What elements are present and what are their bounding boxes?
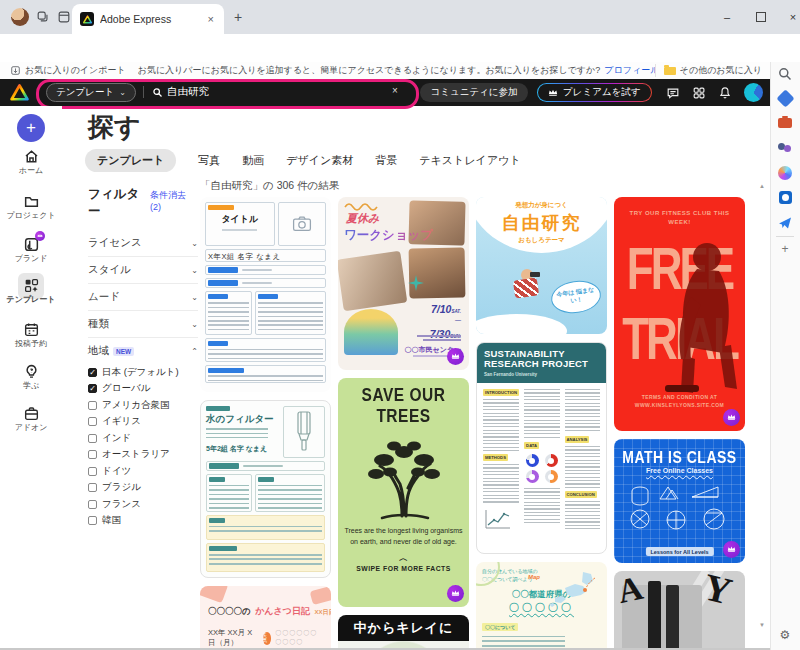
sidebar-item-templates[interactable]: テンプレート: [0, 277, 62, 305]
grid-column: TRY OUR FITNESS CLUB THIS WEEK! FREE TRI…: [614, 197, 745, 650]
checkbox[interactable]: [88, 450, 97, 459]
sidebar-search-icon[interactable]: [777, 66, 793, 82]
search-input[interactable]: [167, 85, 367, 99]
window-close-button[interactable]: ×: [780, 7, 800, 27]
try-premium-button[interactable]: プレミアムを試す: [537, 83, 652, 102]
region-option-australia[interactable]: オーストラリア: [88, 447, 198, 464]
region-checkbox-list: ✓日本 (デフォルト) ✓グローバル アメリカ合衆国 イギリス インド オースト…: [88, 364, 198, 529]
bookmarks-hint: お気に入りバーにお気に入りを追加すると、簡単にアクセスできるようになります。お気…: [138, 64, 655, 77]
sidebar-item-projects[interactable]: プロジェクト: [0, 193, 62, 221]
checkbox[interactable]: [88, 417, 97, 426]
chat-icon[interactable]: [666, 86, 680, 100]
browser-tab[interactable]: Adobe Express ×: [72, 4, 224, 34]
tab-design-assets[interactable]: デザイン素材: [286, 153, 353, 168]
tab-templates[interactable]: テンプレート: [85, 149, 176, 172]
sidebar-item-schedule[interactable]: 投稿予約: [0, 321, 62, 349]
checkbox[interactable]: [88, 401, 97, 410]
window-minimize-button[interactable]: –: [714, 7, 740, 27]
template-card-workshop[interactable]: 夏休み ワークショップ 7/10SAT. — 7/30SUN. 〇〇市民センター: [338, 197, 469, 370]
filter-group-style[interactable]: スタイル ⌄: [88, 257, 198, 284]
other-favorites-button[interactable]: その他のお気に入り: [655, 64, 770, 77]
checkbox-checked[interactable]: ✓: [88, 368, 97, 377]
tab-close-icon[interactable]: ×: [206, 13, 216, 25]
checkbox-checked[interactable]: ✓: [88, 384, 97, 393]
checkbox[interactable]: [88, 434, 97, 443]
region-option-india[interactable]: インド: [88, 430, 198, 447]
import-favorites-button[interactable]: お気に入りのインポート: [0, 64, 126, 77]
sidebar-item-home[interactable]: ホーム: [0, 148, 62, 176]
new-tab-button[interactable]: +: [234, 9, 242, 25]
join-community-button[interactable]: コミュニティに参加: [420, 83, 528, 102]
region-option-france[interactable]: フランス: [88, 496, 198, 513]
photo-placeholder: [278, 202, 326, 246]
sidebar-settings-icon[interactable]: ⚙: [777, 628, 793, 644]
filter-group-type[interactable]: 種類 ⌄: [88, 311, 198, 338]
template-card-diary[interactable]: 〇〇〇〇の かんさつ日記 XX日目 XX年 XX月 X日（月） 天気 〇〇〇〇〇…: [200, 586, 331, 650]
sidebar-add-icon[interactable]: +: [777, 242, 793, 258]
checkbox[interactable]: [88, 467, 97, 476]
checkbox[interactable]: [88, 516, 97, 525]
template-card-kirei[interactable]: 中からキレイに: [338, 615, 469, 650]
apps-grid-icon[interactable]: [692, 86, 706, 100]
tab-photos[interactable]: 写真: [198, 153, 220, 168]
filter-group-region[interactable]: 地域 NEW ⌃: [88, 338, 198, 364]
checkbox[interactable]: [88, 500, 97, 509]
template-card-sustainability[interactable]: SUSTAINABILITY RESEARCH PROJECT San Fern…: [476, 342, 607, 554]
template-card-jiyukenkyu[interactable]: 発想力が身につく 自由研究 おもしろテーマ 今年は 悩まない！: [476, 197, 607, 334]
sidebar-people-icon[interactable]: [777, 140, 793, 156]
notifications-bell-icon[interactable]: [718, 86, 732, 100]
region-option-korea[interactable]: 韓国: [88, 513, 198, 530]
template-card-research-sheet[interactable]: タイトル X年X組 名字 なまえ: [200, 197, 331, 392]
sidebar-microsoft365-icon[interactable]: [777, 115, 793, 131]
region-option-usa[interactable]: アメリカ合衆国: [88, 397, 198, 414]
region-option-japan[interactable]: ✓日本 (デフォルト): [88, 364, 198, 381]
collage-bar: [648, 581, 661, 650]
scroll-up-arrow[interactable]: ▲: [757, 183, 767, 189]
sidebar-copilot-icon[interactable]: [777, 165, 793, 181]
template-card-math-class[interactable]: MATH IS CLASS Free Online Classes Lesson…: [614, 439, 745, 563]
tab-backgrounds[interactable]: 背景: [375, 153, 397, 168]
tab-actions-icon[interactable]: [57, 10, 71, 24]
region-option-global[interactable]: ✓グローバル: [88, 381, 198, 398]
browser-profile-avatar[interactable]: [11, 8, 29, 26]
premium-crown-badge: [447, 585, 464, 602]
search-category-dropdown[interactable]: テンプレート ⌄: [46, 83, 136, 102]
speech-bubble: 今年は 悩まない！: [549, 278, 603, 317]
adobe-express-logo[interactable]: [10, 83, 29, 102]
template-card-prefecture[interactable]: 自分の住んでいる地域の 〇〇について調べよう Map 〇〇都道府県の 〇〇〇〇〇…: [476, 562, 607, 650]
section-box: [205, 338, 326, 362]
line-chart: [483, 507, 513, 531]
checkbox[interactable]: [88, 483, 97, 492]
region-option-uk[interactable]: イギリス: [88, 414, 198, 431]
region-option-brazil[interactable]: ブラジル: [88, 480, 198, 497]
tab-videos[interactable]: 動画: [242, 153, 264, 168]
sidebar-drop-icon[interactable]: [777, 215, 793, 231]
math-doodles: [626, 483, 732, 531]
tab-text-layouts[interactable]: テキストレイアウト: [419, 153, 520, 168]
region-option-germany[interactable]: ドイツ: [88, 463, 198, 480]
user-avatar[interactable]: [744, 83, 763, 102]
filter-group-mood[interactable]: ムード ⌄: [88, 284, 198, 311]
templates-icon: [23, 277, 40, 294]
text-lines: [524, 389, 559, 439]
template-card-water-filter[interactable]: 水のフィルター 5年2組 名字 なまえ: [200, 400, 331, 578]
profile-check-link[interactable]: プロフィールを確認してください: [604, 65, 654, 75]
sidebar-shopping-icon[interactable]: [777, 90, 793, 106]
scroll-down-arrow[interactable]: ▼: [757, 622, 767, 628]
template-card-free-trial[interactable]: TRY OUR FITNESS CLUB THIS WEEK! FREE TRI…: [614, 197, 745, 431]
search-clear-icon[interactable]: ×: [392, 85, 398, 96]
filter-group-license[interactable]: ライセンス ⌄: [88, 230, 198, 257]
clear-filters-link[interactable]: 条件消去 (2): [150, 189, 198, 212]
sidebar-outlook-icon[interactable]: [777, 190, 793, 206]
window-maximize-button[interactable]: [748, 7, 774, 27]
section-box: [205, 291, 252, 335]
sidebar-item-learn[interactable]: 学ぶ: [0, 363, 62, 391]
japan-map: [545, 568, 601, 608]
text-lines: [483, 399, 519, 451]
template-card-letter-collage[interactable]: A Y P: [614, 571, 745, 650]
template-card-save-trees[interactable]: SAVE OUR TREES Trees are the longest liv…: [338, 378, 469, 607]
sidebar-item-brand[interactable]: ブランド: [0, 236, 62, 264]
create-new-button[interactable]: +: [17, 114, 45, 142]
workspaces-icon[interactable]: [36, 10, 50, 24]
sidebar-item-addons[interactable]: アドオン: [0, 405, 62, 433]
